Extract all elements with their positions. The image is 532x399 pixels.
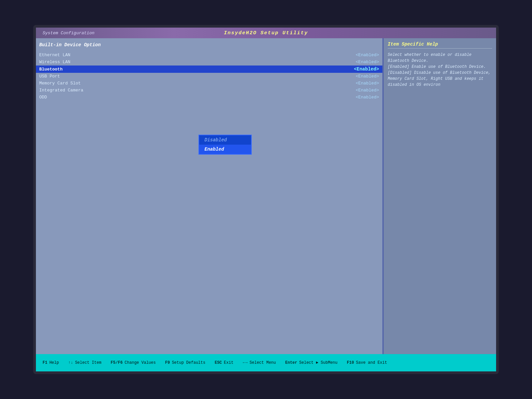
- wireless-label: Wireless LAN: [39, 60, 99, 65]
- desc-submenu: Select ► SubMenu: [299, 360, 337, 365]
- key-f10: F10: [347, 360, 354, 365]
- right-panel: Item Specific Help Select whether to ena…: [383, 38, 496, 354]
- bios-title: InsydeH2O Setup Utility: [224, 30, 308, 36]
- camera-value: <Enabled>: [356, 88, 379, 93]
- menu-item-odd[interactable]: ODD <Enabled>: [36, 94, 382, 101]
- desc-setup-defaults: Setup Defaults: [172, 360, 205, 365]
- left-panel: Built-in Device Option Ethernet LAN <Ena…: [36, 38, 383, 354]
- desc-select-menu: Select Menu: [250, 360, 276, 365]
- menu-item-ethernet[interactable]: Ethernet LAN <Enabled>: [36, 52, 382, 59]
- dropdown-popup: Disabled Enabled: [199, 135, 252, 155]
- status-esc: ESC Exit: [215, 360, 233, 365]
- bluetooth-value: <Enabled>: [354, 66, 379, 72]
- desc-save-exit: Save and Exit: [356, 360, 387, 365]
- title-bar: System Configuration InsydeH2O Setup Uti…: [36, 28, 496, 38]
- wireless-value: <Enabled>: [356, 60, 379, 65]
- key-enter: Enter: [285, 360, 297, 365]
- menu-item-memcard[interactable]: Memory Card Slot <Enabled>: [36, 80, 382, 87]
- section-title: Built-in Device Option: [36, 41, 382, 49]
- desc-help: Help: [49, 360, 59, 365]
- help-title: Item Specific Help: [388, 42, 492, 49]
- odd-value: <Enabled>: [356, 95, 379, 100]
- desc-exit: Exit: [224, 360, 233, 365]
- bios-main: Built-in Device Option Ethernet LAN <Ena…: [36, 38, 496, 354]
- key-f1: F1: [43, 360, 47, 365]
- laptop-screen: System Configuration InsydeH2O Setup Uti…: [33, 25, 499, 374]
- status-arrows: ↑↓ Select Item: [68, 360, 101, 365]
- odd-label: ODD: [39, 95, 99, 100]
- menu-item-usb[interactable]: USB Port <Enabled>: [36, 73, 382, 80]
- status-f9: F9 Setup Defaults: [165, 360, 205, 365]
- status-lr: ←→ Select Menu: [243, 360, 276, 365]
- memcard-label: Memory Card Slot: [39, 81, 99, 86]
- key-lr: ←→: [243, 360, 247, 365]
- desc-select-item: Select Item: [75, 360, 101, 365]
- status-enter: Enter Select ► SubMenu: [285, 360, 337, 365]
- status-bar: F1 Help ↑↓ Select Item F5/F6 Change Valu…: [36, 354, 496, 371]
- key-arrows: ↑↓: [68, 360, 73, 365]
- status-f5f6: F5/F6 Change Values: [111, 360, 156, 365]
- dropdown-disabled[interactable]: Disabled: [199, 135, 251, 145]
- status-f1: F1 Help: [43, 360, 59, 365]
- usb-label: USB Port: [39, 74, 99, 79]
- usb-value: <Enabled>: [356, 74, 379, 79]
- ethernet-value: <Enabled>: [356, 53, 379, 58]
- desc-change-values: Change Values: [125, 360, 156, 365]
- key-f5f6: F5/F6: [111, 360, 123, 365]
- bluetooth-label: Bluetooth: [39, 67, 99, 72]
- menu-item-bluetooth[interactable]: Bluetooth <Enabled>: [36, 66, 382, 73]
- key-f9: F9: [165, 360, 170, 365]
- menu-item-wireless[interactable]: Wireless LAN <Enabled>: [36, 59, 382, 66]
- camera-label: Integrated Camera: [39, 88, 99, 93]
- status-f10: F10 Save and Exit: [347, 360, 387, 365]
- dropdown-enabled[interactable]: Enabled: [199, 145, 251, 154]
- ethernet-label: Ethernet LAN: [39, 53, 99, 58]
- memcard-value: <Enabled>: [356, 81, 379, 86]
- menu-item-camera[interactable]: Integrated Camera <Enabled>: [36, 87, 382, 94]
- key-esc: ESC: [215, 360, 222, 365]
- help-text: Select whether to enable or disable Blue…: [388, 52, 492, 88]
- subtitle-text: System Configuration: [43, 31, 94, 36]
